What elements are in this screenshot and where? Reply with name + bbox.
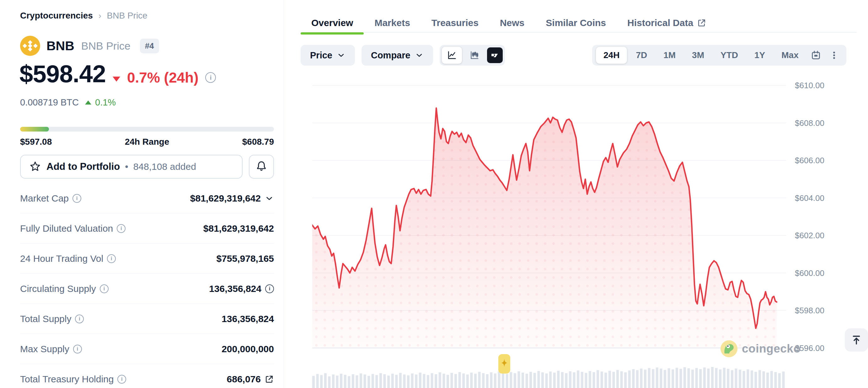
- stat-row-circulating-supply: Circulating Supply 136,356,824: [20, 274, 274, 304]
- range-labels: $597.08 24h Range $608.79: [20, 137, 274, 147]
- alert-bell-button[interactable]: [249, 155, 274, 179]
- volume-bars-svg: [312, 361, 786, 388]
- price-chart[interactable]: $610.00$608.00$606.00$604.00$602.00$600.…: [312, 79, 846, 355]
- bell-icon: [255, 160, 268, 173]
- portfolio-separator: •: [125, 161, 128, 172]
- btc-change: 0.1%: [95, 97, 116, 108]
- info-icon[interactable]: [73, 345, 82, 354]
- info-icon[interactable]: [100, 285, 108, 293]
- btc-price-block: 0.008719 BTC 0.1%: [20, 97, 116, 108]
- range-high: $608.79: [242, 137, 274, 147]
- time-range-ytd[interactable]: YTD: [713, 47, 746, 64]
- price-dropdown[interactable]: Price: [301, 45, 355, 66]
- stat-row-total-supply: Total Supply 136,356,824: [20, 304, 274, 334]
- tab-historical-data[interactable]: Historical Data: [617, 12, 717, 33]
- stat-label: Max Supply: [20, 344, 69, 354]
- stat-label: 24 Hour Trading Vol: [20, 253, 103, 264]
- price-usd: $598.42: [20, 62, 106, 86]
- candlestick-icon: [469, 50, 480, 61]
- stat-row-max-supply: Max Supply 200,000,000: [20, 334, 274, 364]
- volume-strip: [312, 361, 786, 388]
- line-chart-button[interactable]: [442, 47, 462, 64]
- stat-value: 200,000,000: [222, 344, 274, 354]
- info-icon[interactable]: [72, 194, 81, 203]
- stat-row-fdv: Fully Diluted Valuation $81,629,319,642: [20, 213, 274, 244]
- compare-dropdown[interactable]: Compare: [362, 45, 433, 66]
- stat-row-treasury-holding: Total Treasury Holding 686,076: [20, 364, 274, 388]
- chevron-down-icon: [337, 51, 345, 60]
- bnb-logo-icon: [20, 36, 40, 56]
- price-chart-svg: $610.00$608.00$606.00$604.00$602.00$600.…: [312, 79, 846, 355]
- stat-value: $81,629,319,642: [203, 223, 274, 234]
- time-range-max[interactable]: Max: [774, 47, 806, 64]
- kebab-icon: [829, 51, 839, 60]
- triangle-up-icon: [85, 100, 91, 105]
- time-range-7d[interactable]: 7D: [628, 47, 655, 64]
- coin-header: BNB BNB Price #4: [20, 36, 159, 56]
- calendar-button[interactable]: [807, 47, 825, 64]
- coin-rank-badge: #4: [140, 39, 159, 53]
- time-range-24h[interactable]: 24H: [596, 47, 627, 64]
- range-low: $597.08: [20, 137, 52, 147]
- stat-value: 136,356,824: [222, 314, 274, 324]
- tab-similar-coins[interactable]: Similar Coins: [535, 12, 617, 33]
- gecko-logo: [720, 340, 738, 357]
- time-range-1y[interactable]: 1Y: [747, 47, 773, 64]
- svg-text:$598.00: $598.00: [795, 306, 825, 315]
- svg-text:$602.00: $602.00: [795, 231, 825, 240]
- time-range-1m[interactable]: 1M: [656, 47, 683, 64]
- time-range-3m[interactable]: 3M: [684, 47, 712, 64]
- info-icon[interactable]: [117, 375, 126, 384]
- panel-divider: [284, 0, 284, 388]
- tab-treasuries[interactable]: Treasuries: [421, 12, 489, 33]
- scroll-top-icon: [850, 334, 862, 346]
- price-info-icon[interactable]: [205, 72, 216, 83]
- external-link-icon: [697, 18, 706, 28]
- tradingview-button[interactable]: [487, 48, 503, 63]
- stat-label: Market Cap: [20, 193, 69, 204]
- sparkle-marker-icon: [500, 358, 508, 370]
- chart-event-marker[interactable]: [498, 354, 510, 374]
- coin-name-label: BNB Price: [81, 40, 130, 52]
- stat-label: Total Treasury Holding: [20, 374, 114, 385]
- breadcrumb-current: BNB Price: [107, 11, 148, 21]
- watermark-text: coingecko: [742, 342, 801, 355]
- tab-overview[interactable]: Overview: [301, 12, 364, 33]
- chevron-down-icon: [415, 51, 424, 60]
- stat-value: $81,629,319,642: [190, 193, 261, 204]
- breadcrumb-cryptocurrencies[interactable]: Cryptocurrencies: [20, 11, 93, 21]
- info-icon[interactable]: [107, 254, 116, 263]
- info-icon[interactable]: [75, 315, 84, 323]
- stat-label: Total Supply: [20, 314, 71, 324]
- stat-label: Fully Diluted Valuation: [20, 223, 113, 234]
- stat-value: 686,076: [227, 374, 261, 385]
- info-icon[interactable]: [265, 285, 274, 293]
- candlestick-chart-button[interactable]: [464, 47, 485, 64]
- portfolio-added-count: 848,108 added: [133, 161, 196, 172]
- svg-text:$608.00: $608.00: [795, 118, 825, 128]
- tab-markets[interactable]: Markets: [364, 12, 421, 33]
- stat-value: $755,978,165: [216, 253, 274, 264]
- tab-news[interactable]: News: [489, 12, 535, 33]
- info-icon[interactable]: [117, 224, 126, 233]
- triangle-down-icon: [113, 77, 120, 82]
- more-options-button[interactable]: [826, 47, 843, 64]
- add-to-portfolio-button[interactable]: Add to Portfolio • 848,108 added: [20, 155, 243, 179]
- external-link-icon: [265, 375, 274, 384]
- svg-text:$604.00: $604.00: [795, 193, 825, 203]
- breadcrumb: Cryptocurrencies › BNB Price: [20, 11, 148, 21]
- coingecko-watermark: coingecko: [720, 340, 801, 357]
- scroll-to-top-button[interactable]: [845, 328, 868, 352]
- tab-bar: Overview Markets Treasuries News Similar…: [301, 12, 717, 33]
- svg-text:$606.00: $606.00: [795, 156, 825, 165]
- calendar-icon: [811, 50, 821, 61]
- breadcrumb-chevron-icon: ›: [98, 11, 101, 21]
- chevron-down-icon: [265, 194, 274, 203]
- stat-row-market-cap: Market Cap $81,629,319,642: [20, 183, 274, 213]
- stat-value: 136,356,824: [209, 283, 261, 294]
- range-progress-fill: [20, 127, 49, 131]
- stat-label: Circulating Supply: [20, 283, 96, 294]
- chart-controls: Price Compare: [301, 45, 505, 66]
- time-range-bar: 24H 7D 1M 3M YTD 1Y Max: [592, 45, 846, 66]
- line-chart-icon: [446, 50, 457, 61]
